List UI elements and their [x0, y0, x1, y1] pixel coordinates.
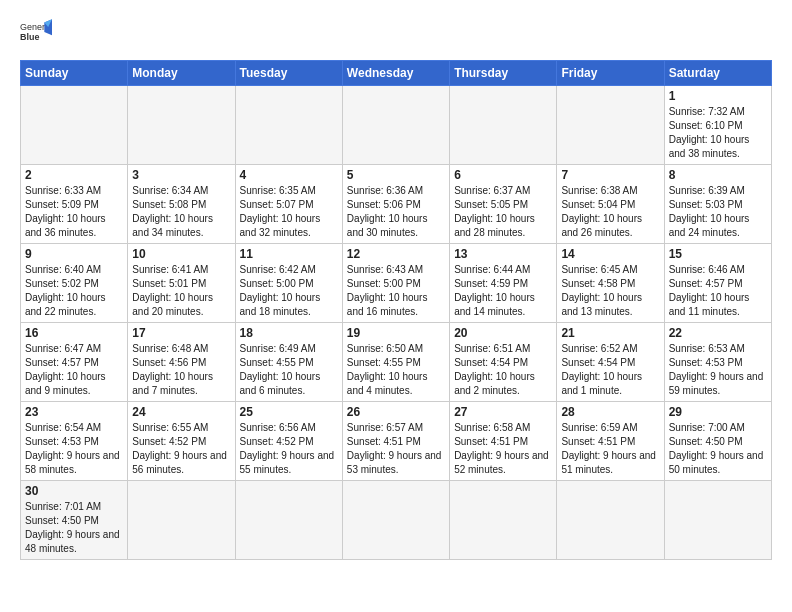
day-number: 8 — [669, 168, 767, 182]
calendar-day-cell: 2Sunrise: 6:33 AM Sunset: 5:09 PM Daylig… — [21, 165, 128, 244]
calendar-day-cell: 24Sunrise: 6:55 AM Sunset: 4:52 PM Dayli… — [128, 402, 235, 481]
calendar-day-cell — [342, 86, 449, 165]
calendar-day-cell: 18Sunrise: 6:49 AM Sunset: 4:55 PM Dayli… — [235, 323, 342, 402]
calendar-day-cell — [128, 481, 235, 560]
calendar-day-cell: 16Sunrise: 6:47 AM Sunset: 4:57 PM Dayli… — [21, 323, 128, 402]
calendar-body: 1Sunrise: 7:32 AM Sunset: 6:10 PM Daylig… — [21, 86, 772, 560]
calendar-day-cell: 17Sunrise: 6:48 AM Sunset: 4:56 PM Dayli… — [128, 323, 235, 402]
day-of-week-header: Saturday — [664, 61, 771, 86]
calendar-day-cell: 20Sunrise: 6:51 AM Sunset: 4:54 PM Dayli… — [450, 323, 557, 402]
calendar-week-row: 1Sunrise: 7:32 AM Sunset: 6:10 PM Daylig… — [21, 86, 772, 165]
day-number: 10 — [132, 247, 230, 261]
day-number: 4 — [240, 168, 338, 182]
calendar-day-cell: 22Sunrise: 6:53 AM Sunset: 4:53 PM Dayli… — [664, 323, 771, 402]
calendar-day-cell — [557, 481, 664, 560]
day-info: Sunrise: 6:56 AM Sunset: 4:52 PM Dayligh… — [240, 421, 338, 477]
calendar-day-cell: 8Sunrise: 6:39 AM Sunset: 5:03 PM Daylig… — [664, 165, 771, 244]
day-info: Sunrise: 6:47 AM Sunset: 4:57 PM Dayligh… — [25, 342, 123, 398]
calendar-table: SundayMondayTuesdayWednesdayThursdayFrid… — [20, 60, 772, 560]
day-info: Sunrise: 6:38 AM Sunset: 5:04 PM Dayligh… — [561, 184, 659, 240]
day-number: 11 — [240, 247, 338, 261]
day-number: 12 — [347, 247, 445, 261]
day-info: Sunrise: 6:46 AM Sunset: 4:57 PM Dayligh… — [669, 263, 767, 319]
header: General Blue — [20, 16, 772, 48]
calendar-day-cell: 10Sunrise: 6:41 AM Sunset: 5:01 PM Dayli… — [128, 244, 235, 323]
day-number: 5 — [347, 168, 445, 182]
day-number: 9 — [25, 247, 123, 261]
day-info: Sunrise: 6:41 AM Sunset: 5:01 PM Dayligh… — [132, 263, 230, 319]
day-of-week-header: Wednesday — [342, 61, 449, 86]
day-info: Sunrise: 6:39 AM Sunset: 5:03 PM Dayligh… — [669, 184, 767, 240]
day-number: 16 — [25, 326, 123, 340]
calendar-day-cell — [128, 86, 235, 165]
day-info: Sunrise: 7:01 AM Sunset: 4:50 PM Dayligh… — [25, 500, 123, 556]
day-of-week-header: Thursday — [450, 61, 557, 86]
calendar-day-cell: 12Sunrise: 6:43 AM Sunset: 5:00 PM Dayli… — [342, 244, 449, 323]
day-info: Sunrise: 6:48 AM Sunset: 4:56 PM Dayligh… — [132, 342, 230, 398]
day-number: 6 — [454, 168, 552, 182]
calendar-week-row: 2Sunrise: 6:33 AM Sunset: 5:09 PM Daylig… — [21, 165, 772, 244]
day-info: Sunrise: 6:57 AM Sunset: 4:51 PM Dayligh… — [347, 421, 445, 477]
day-number: 28 — [561, 405, 659, 419]
calendar-week-row: 16Sunrise: 6:47 AM Sunset: 4:57 PM Dayli… — [21, 323, 772, 402]
day-number: 14 — [561, 247, 659, 261]
days-of-week-row: SundayMondayTuesdayWednesdayThursdayFrid… — [21, 61, 772, 86]
svg-text:Blue: Blue — [20, 32, 39, 42]
day-info: Sunrise: 6:52 AM Sunset: 4:54 PM Dayligh… — [561, 342, 659, 398]
day-info: Sunrise: 6:44 AM Sunset: 4:59 PM Dayligh… — [454, 263, 552, 319]
calendar-day-cell: 26Sunrise: 6:57 AM Sunset: 4:51 PM Dayli… — [342, 402, 449, 481]
calendar-day-cell — [235, 481, 342, 560]
calendar-day-cell — [664, 481, 771, 560]
calendar-day-cell: 29Sunrise: 7:00 AM Sunset: 4:50 PM Dayli… — [664, 402, 771, 481]
calendar-day-cell: 14Sunrise: 6:45 AM Sunset: 4:58 PM Dayli… — [557, 244, 664, 323]
day-number: 21 — [561, 326, 659, 340]
page: General Blue SundayMondayTuesdayWednesda… — [0, 0, 792, 580]
day-number: 2 — [25, 168, 123, 182]
day-number: 25 — [240, 405, 338, 419]
day-info: Sunrise: 6:40 AM Sunset: 5:02 PM Dayligh… — [25, 263, 123, 319]
day-number: 23 — [25, 405, 123, 419]
calendar-day-cell: 23Sunrise: 6:54 AM Sunset: 4:53 PM Dayli… — [21, 402, 128, 481]
day-info: Sunrise: 6:37 AM Sunset: 5:05 PM Dayligh… — [454, 184, 552, 240]
day-number: 1 — [669, 89, 767, 103]
day-number: 13 — [454, 247, 552, 261]
calendar-day-cell: 9Sunrise: 6:40 AM Sunset: 5:02 PM Daylig… — [21, 244, 128, 323]
day-of-week-header: Tuesday — [235, 61, 342, 86]
day-of-week-header: Friday — [557, 61, 664, 86]
calendar-day-cell: 19Sunrise: 6:50 AM Sunset: 4:55 PM Dayli… — [342, 323, 449, 402]
generalblue-logo-icon: General Blue — [20, 16, 52, 48]
calendar-day-cell: 25Sunrise: 6:56 AM Sunset: 4:52 PM Dayli… — [235, 402, 342, 481]
day-info: Sunrise: 6:55 AM Sunset: 4:52 PM Dayligh… — [132, 421, 230, 477]
calendar-week-row: 23Sunrise: 6:54 AM Sunset: 4:53 PM Dayli… — [21, 402, 772, 481]
calendar-day-cell: 28Sunrise: 6:59 AM Sunset: 4:51 PM Dayli… — [557, 402, 664, 481]
calendar-week-row: 9Sunrise: 6:40 AM Sunset: 5:02 PM Daylig… — [21, 244, 772, 323]
day-info: Sunrise: 6:50 AM Sunset: 4:55 PM Dayligh… — [347, 342, 445, 398]
calendar-day-cell: 30Sunrise: 7:01 AM Sunset: 4:50 PM Dayli… — [21, 481, 128, 560]
day-number: 29 — [669, 405, 767, 419]
day-info: Sunrise: 6:51 AM Sunset: 4:54 PM Dayligh… — [454, 342, 552, 398]
calendar-day-cell — [21, 86, 128, 165]
calendar-day-cell: 3Sunrise: 6:34 AM Sunset: 5:08 PM Daylig… — [128, 165, 235, 244]
day-info: Sunrise: 7:32 AM Sunset: 6:10 PM Dayligh… — [669, 105, 767, 161]
day-info: Sunrise: 6:36 AM Sunset: 5:06 PM Dayligh… — [347, 184, 445, 240]
day-info: Sunrise: 6:59 AM Sunset: 4:51 PM Dayligh… — [561, 421, 659, 477]
day-info: Sunrise: 6:42 AM Sunset: 5:00 PM Dayligh… — [240, 263, 338, 319]
calendar-day-cell — [342, 481, 449, 560]
calendar-day-cell: 11Sunrise: 6:42 AM Sunset: 5:00 PM Dayli… — [235, 244, 342, 323]
calendar-week-row: 30Sunrise: 7:01 AM Sunset: 4:50 PM Dayli… — [21, 481, 772, 560]
day-number: 20 — [454, 326, 552, 340]
day-number: 24 — [132, 405, 230, 419]
calendar-day-cell — [450, 481, 557, 560]
day-info: Sunrise: 6:53 AM Sunset: 4:53 PM Dayligh… — [669, 342, 767, 398]
day-number: 18 — [240, 326, 338, 340]
day-info: Sunrise: 6:58 AM Sunset: 4:51 PM Dayligh… — [454, 421, 552, 477]
calendar-day-cell: 21Sunrise: 6:52 AM Sunset: 4:54 PM Dayli… — [557, 323, 664, 402]
day-number: 26 — [347, 405, 445, 419]
logo: General Blue — [20, 16, 52, 48]
day-number: 7 — [561, 168, 659, 182]
day-info: Sunrise: 7:00 AM Sunset: 4:50 PM Dayligh… — [669, 421, 767, 477]
day-info: Sunrise: 6:35 AM Sunset: 5:07 PM Dayligh… — [240, 184, 338, 240]
day-number: 3 — [132, 168, 230, 182]
day-info: Sunrise: 6:33 AM Sunset: 5:09 PM Dayligh… — [25, 184, 123, 240]
calendar-day-cell: 1Sunrise: 7:32 AM Sunset: 6:10 PM Daylig… — [664, 86, 771, 165]
